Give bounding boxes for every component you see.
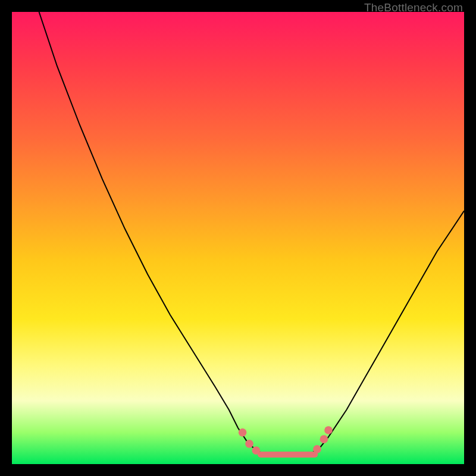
credit-label: TheBottleneck.com [364, 1, 463, 14]
chart-frame: TheBottleneck.com [0, 0, 476, 476]
marker-point [324, 426, 333, 434]
marker-point [245, 440, 253, 448]
bottleneck-curve [39, 12, 464, 455]
marker-group [239, 426, 333, 455]
marker-point [239, 428, 247, 437]
curve-svg [12, 12, 464, 464]
plot-area [12, 12, 464, 464]
marker-point [252, 446, 261, 455]
marker-point [313, 445, 321, 453]
marker-point [320, 435, 328, 443]
